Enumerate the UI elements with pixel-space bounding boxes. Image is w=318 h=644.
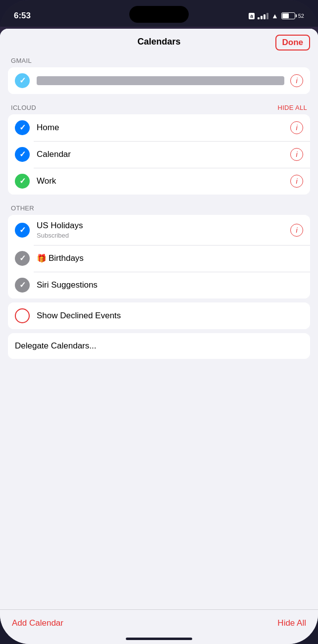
add-calendar-button[interactable]: Add Calendar [12, 618, 63, 628]
us-holidays-subtitle: Subscribed [37, 232, 290, 239]
battery-icon: 52 [281, 12, 304, 19]
home-info-button[interactable]: i [290, 121, 303, 134]
calendars-sheet: Calendars Done GMAIL ✓ i ICLOUD HIDE ALL [0, 29, 318, 644]
birthdays-check-icon: ✓ [15, 251, 30, 266]
dynamic-island [129, 6, 189, 23]
gmail-card: ✓ i [8, 67, 310, 94]
page-title: Calendars [137, 37, 180, 47]
signal-bars-icon [258, 13, 268, 19]
hide-all-button[interactable]: Hide All [277, 618, 306, 628]
home-indicator [126, 638, 192, 640]
us-holidays-label: US Holidays [37, 221, 83, 230]
gmail-email-blur [37, 76, 284, 85]
status-time: 6:53 [14, 11, 31, 21]
sheet-header: Calendars Done [0, 29, 318, 51]
scroll-content: GMAIL ✓ i ICLOUD HIDE ALL ✓ [0, 51, 318, 644]
calendar-label: Calendar [37, 149, 71, 159]
wifi-icon: ▲ [271, 12, 278, 20]
calendar-check-icon: ✓ [15, 147, 30, 162]
us-holidays-info-button[interactable]: i [290, 224, 303, 237]
icloud-section-header: ICLOUD HIDE ALL [8, 98, 310, 114]
show-declined-label: Show Declined Events [37, 311, 121, 320]
gmail-info-button[interactable]: i [290, 74, 303, 87]
home-check-icon: ✓ [15, 120, 30, 135]
other-section-label: OTHER [8, 198, 310, 215]
list-item[interactable]: ✓ US Holidays Subscribed i [8, 215, 310, 245]
list-item[interactable]: ✓ Work i [8, 168, 310, 195]
siri-suggestions-label: Siri Suggestions [37, 280, 98, 290]
gift-icon: 🎁 [37, 254, 47, 262]
gmail-row[interactable]: ✓ i [8, 67, 310, 94]
show-declined-check-icon [15, 308, 30, 323]
list-item[interactable]: ✓ 🎁Birthdays [8, 245, 310, 272]
delegate-calendars-row[interactable]: Delegate Calendars... [8, 333, 310, 359]
home-label: Home [37, 123, 59, 132]
list-item[interactable]: ✓ Calendar i [8, 141, 310, 168]
icloud-hide-all-button[interactable]: HIDE ALL [278, 104, 308, 111]
work-label: Work [37, 176, 56, 186]
work-info-button[interactable]: i [290, 175, 303, 188]
siri-check-icon: ✓ [15, 278, 30, 293]
list-item[interactable]: ✓ Home i [8, 114, 310, 141]
other-card: ✓ US Holidays Subscribed i ✓ 🎁Bir [8, 215, 310, 298]
delegate-calendars-card: Delegate Calendars... [8, 333, 310, 359]
sim-icon: a [249, 13, 255, 19]
status-icons: a ▲ 52 [249, 12, 304, 20]
delegate-calendars-label: Delegate Calendars... [15, 341, 96, 350]
list-item[interactable]: ✓ Siri Suggestions [8, 272, 310, 298]
phone-frame: 6:53 a ▲ 52 Calendars Done [0, 0, 318, 644]
done-button[interactable]: Done [275, 35, 311, 50]
show-declined-row[interactable]: Show Declined Events [8, 302, 310, 329]
battery-level: 52 [298, 13, 304, 19]
birthdays-label: 🎁Birthdays [37, 253, 84, 263]
us-holidays-check-icon: ✓ [15, 223, 30, 238]
show-declined-card: Show Declined Events [8, 302, 310, 329]
gmail-section-label: GMAIL [8, 51, 310, 67]
icloud-card: ✓ Home i ✓ Calendar i [8, 114, 310, 195]
icloud-section-label: ICLOUD [11, 104, 36, 111]
gmail-check-icon: ✓ [15, 73, 30, 88]
work-check-icon: ✓ [15, 174, 30, 189]
calendar-info-button[interactable]: i [290, 148, 303, 161]
